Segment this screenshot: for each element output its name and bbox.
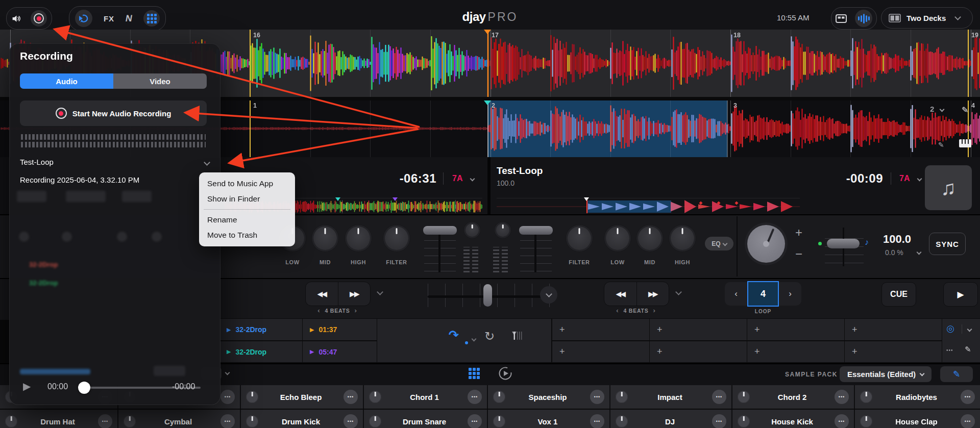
loop-halve-button[interactable]: ‹ <box>725 282 747 306</box>
menu-item-show-in-finder[interactable]: Show in Finder <box>199 191 295 207</box>
deck1-volume-fader[interactable] <box>423 226 457 235</box>
deck2-cue-slot[interactable]: +↻ <box>747 341 858 362</box>
neural-mix-button[interactable]: N <box>125 13 133 24</box>
menu-item-move-to-trash[interactable]: Move to Trash <box>199 228 295 243</box>
zoom-level-label[interactable]: 2 <box>930 105 934 113</box>
deck2-jog-knob[interactable] <box>747 225 785 263</box>
beatjump-icon[interactable] <box>511 330 523 343</box>
recording-file-name[interactable]: Test-Loop <box>20 158 54 166</box>
sample-pad[interactable]: Chord 2••• <box>732 385 854 409</box>
sample-pad[interactable]: Radiobytes••• <box>855 385 980 409</box>
sample-pad[interactable]: Echo Bleep••• <box>241 385 363 409</box>
rewind-button[interactable]: ◀◀ <box>306 282 338 306</box>
chevron-down-icon[interactable] <box>225 370 230 375</box>
more-button[interactable]: ••• <box>835 414 849 428</box>
more-button[interactable]: ••• <box>835 390 849 404</box>
loop-length-button[interactable]: 4 <box>747 281 779 307</box>
pencil-icon[interactable]: ✎ <box>965 345 971 354</box>
beats-prev[interactable]: ‹ <box>616 307 619 314</box>
chevron-down-icon[interactable] <box>967 327 972 332</box>
more-button[interactable]: ••• <box>468 390 482 404</box>
speaker-icon[interactable] <box>11 13 22 24</box>
deck2-beats-stepper[interactable]: ‹ 4 BEATS › <box>604 307 668 314</box>
deck1-cue-2[interactable]: ▶ 32-2Drop <box>219 341 309 362</box>
deck2-key-badge[interactable]: 7A <box>899 174 910 183</box>
more-button[interactable]: ••• <box>344 414 358 428</box>
deck2-cue-slot[interactable]: +↻ <box>747 319 858 340</box>
pencil-icon[interactable]: ✎ <box>938 141 944 149</box>
deck1-high-knob[interactable] <box>347 226 370 250</box>
menu-item-rename[interactable]: Rename <box>199 212 295 228</box>
sync-button[interactable]: SYNC <box>929 233 966 255</box>
crossfader-handle[interactable] <box>483 284 492 307</box>
music-library-button[interactable]: ♫ <box>925 165 972 210</box>
play-button[interactable]: ▶ <box>943 282 978 307</box>
sample-pad[interactable]: Impact••• <box>610 385 731 409</box>
forward-button[interactable]: ▶▶ <box>338 282 371 306</box>
tab-audio[interactable]: Audio <box>20 73 113 89</box>
start-recording-button[interactable]: Start New Audio Recording <box>20 100 207 126</box>
tempo-minus-button[interactable]: − <box>795 247 802 261</box>
sampler-grid-icon[interactable] <box>469 368 480 379</box>
sample-pad[interactable]: Cymbal••• <box>118 410 240 428</box>
sample-pad[interactable]: Drum Kick••• <box>241 410 363 428</box>
deck1-gain-knob[interactable] <box>465 223 479 237</box>
fx-button[interactable]: FX <box>104 14 114 23</box>
more-button[interactable]: ••• <box>344 390 358 404</box>
sample-pad[interactable]: Drum Hat••• <box>0 410 117 428</box>
redo-loop-icon[interactable]: ↷ <box>449 328 459 342</box>
deck2-high-knob[interactable] <box>671 226 694 250</box>
deck1-key-badge[interactable]: 7A <box>452 174 462 183</box>
deck2-cue-slot[interactable]: +↻ <box>552 341 663 362</box>
more-button[interactable]: ••• <box>590 390 604 404</box>
automix-icon[interactable] <box>75 10 92 27</box>
beats-next[interactable]: › <box>653 307 656 314</box>
loop-double-button[interactable]: › <box>779 282 801 306</box>
more-button[interactable]: ••• <box>98 414 112 428</box>
edit-pencil-icon[interactable]: ✎ <box>962 105 968 115</box>
deck2-cue-slot[interactable]: +↻ <box>845 341 955 362</box>
crossfader-options-button[interactable] <box>540 286 557 304</box>
deck1-cue-time-2[interactable]: ▶ 05:47 <box>303 341 383 362</box>
deck1-filter-knob[interactable] <box>385 226 408 250</box>
more-button[interactable]: ••• <box>712 414 726 428</box>
more-button[interactable]: ••• <box>468 414 482 428</box>
deck2-pitch-slider[interactable] <box>827 239 860 248</box>
cue-button[interactable]: CUE <box>881 282 916 307</box>
deck2-cue-slot[interactable]: +↻ <box>845 319 955 340</box>
edit-pack-button[interactable]: ✎ <box>940 366 973 382</box>
pads-view-button[interactable] <box>143 10 160 27</box>
sampler-autoplay-icon[interactable] <box>498 366 512 383</box>
deck2-filter-knob[interactable] <box>568 226 591 250</box>
sample-pad[interactable]: Vox 1••• <box>488 410 609 428</box>
more-button[interactable]: ••• <box>220 414 235 428</box>
deck-mode-dropdown[interactable]: Two Decks <box>881 7 973 29</box>
loop-repeat-icon[interactable]: ↻ <box>484 329 495 343</box>
deck2-cue-slot[interactable]: +↻ <box>650 341 761 362</box>
piano-icon[interactable] <box>959 139 972 150</box>
forward-button[interactable]: ▶▶ <box>636 282 669 306</box>
more-button[interactable]: ••• <box>590 414 604 428</box>
more-button[interactable]: ••• <box>961 414 975 428</box>
more-button[interactable]: ••• <box>220 390 235 404</box>
rewind-button[interactable]: ◀◀ <box>604 282 636 306</box>
cue-target-icon[interactable]: ◎ <box>946 323 954 334</box>
waveform-view-icon[interactable] <box>855 10 872 27</box>
deck1-cue-1[interactable]: ▶ 32-2Drop <box>219 319 309 340</box>
menu-item-send-to-music[interactable]: Send to Music App <box>199 176 295 191</box>
tempo-plus-button[interactable]: + <box>795 225 802 240</box>
deck2-overview-waveform[interactable] <box>497 200 800 213</box>
deck1-beats-stepper[interactable]: ‹ 4 BEATS › <box>305 307 370 314</box>
deck2-tempo-percent[interactable]: 0.0 % <box>885 248 903 257</box>
sample-pad[interactable]: Spaceship••• <box>488 385 609 409</box>
tab-video[interactable]: Video <box>113 73 207 89</box>
beats-next[interactable]: › <box>355 307 357 314</box>
deck2-volume-fader[interactable] <box>519 226 553 235</box>
preview-scrubber-handle[interactable] <box>78 382 90 394</box>
record-button[interactable] <box>31 10 47 27</box>
chevron-down-icon[interactable] <box>204 159 210 166</box>
sample-pad[interactable]: Chord 1••• <box>364 385 487 409</box>
sample-pad[interactable]: House Clap••• <box>855 410 980 428</box>
deck2-mid-knob[interactable] <box>638 226 662 250</box>
keylock-note-icon[interactable]: ♪ <box>865 238 869 247</box>
